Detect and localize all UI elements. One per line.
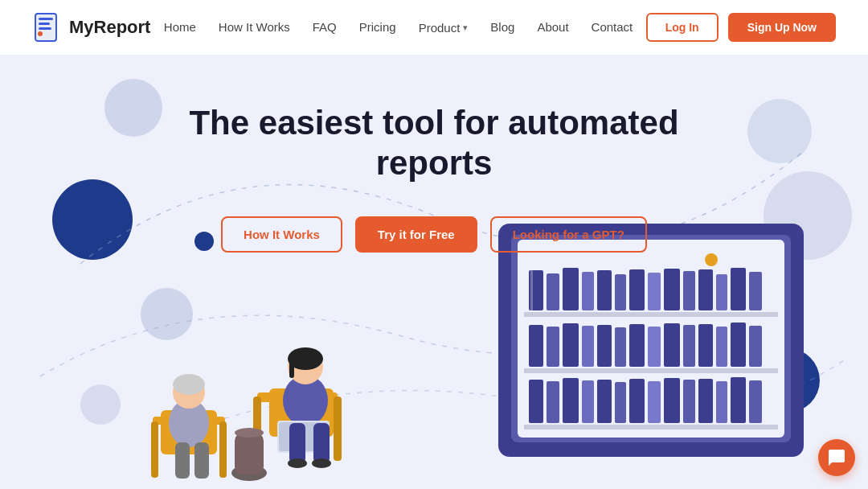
svg-rect-54 [749, 380, 762, 423]
svg-rect-42 [547, 381, 559, 423]
svg-rect-70 [151, 421, 158, 478]
svg-rect-50 [683, 380, 695, 423]
svg-rect-77 [194, 442, 209, 479]
gpt-button[interactable]: Looking for a GPT? [490, 216, 647, 253]
svg-rect-17 [615, 274, 626, 310]
svg-rect-57 [334, 397, 342, 461]
svg-rect-45 [597, 380, 612, 423]
svg-rect-15 [582, 272, 594, 310]
svg-rect-2 [39, 23, 50, 25]
svg-rect-35 [664, 323, 680, 367]
svg-rect-1 [39, 18, 53, 20]
login-button[interactable]: Log In [646, 13, 719, 42]
logo-text: MyReport [69, 17, 150, 38]
svg-rect-10 [524, 425, 778, 429]
svg-rect-44 [582, 380, 594, 423]
svg-rect-12 [530, 270, 533, 310]
svg-rect-20 [664, 269, 680, 310]
svg-rect-48 [648, 381, 661, 423]
nav-links: Home How It Works FAQ Pricing Product ▾ … [164, 20, 633, 35]
svg-rect-9 [524, 368, 778, 373]
svg-point-68 [312, 458, 331, 468]
how-it-works-button[interactable]: How It Works [221, 216, 342, 253]
svg-point-80 [235, 428, 264, 438]
svg-rect-47 [629, 379, 645, 423]
svg-point-4 [38, 31, 43, 36]
svg-rect-14 [563, 268, 579, 310]
svg-rect-76 [175, 442, 190, 479]
nav-faq[interactable]: FAQ [313, 20, 337, 34]
nav-how-it-works[interactable]: How It Works [219, 20, 290, 34]
people-illustration [113, 248, 418, 489]
svg-rect-8 [524, 312, 778, 317]
nav-blog[interactable]: Blog [490, 20, 514, 34]
chevron-down-icon: ▾ [463, 23, 468, 33]
svg-rect-22 [698, 269, 713, 310]
svg-rect-41 [529, 380, 543, 423]
svg-rect-65 [289, 423, 305, 463]
svg-rect-53 [731, 377, 746, 423]
nav-pricing[interactable]: Pricing [359, 20, 396, 34]
svg-rect-29 [563, 323, 579, 367]
logo-link[interactable]: MyReport [32, 12, 150, 43]
svg-rect-37 [698, 324, 713, 367]
nav-home[interactable]: Home [164, 20, 196, 34]
nav-product[interactable]: Product ▾ [419, 21, 469, 35]
svg-rect-36 [683, 325, 695, 367]
svg-rect-30 [582, 326, 594, 367]
svg-point-75 [173, 374, 205, 395]
svg-rect-71 [219, 421, 227, 478]
svg-rect-32 [615, 327, 626, 367]
navbar: MyReport Home How It Works FAQ Pricing P… [0, 0, 868, 55]
svg-rect-38 [716, 327, 727, 367]
chat-button[interactable] [818, 439, 855, 476]
svg-rect-79 [235, 433, 264, 475]
try-free-button[interactable]: Try it for Free [355, 216, 477, 253]
svg-rect-66 [313, 423, 330, 463]
svg-rect-34 [648, 327, 661, 367]
nav-actions: Log In Sign Up Now [646, 13, 836, 42]
svg-rect-28 [547, 327, 559, 367]
svg-rect-39 [731, 323, 746, 367]
svg-rect-25 [749, 272, 762, 310]
svg-rect-62 [289, 360, 294, 378]
nav-contact[interactable]: Contact [592, 20, 633, 34]
svg-rect-21 [683, 271, 695, 310]
svg-point-26 [705, 253, 718, 266]
svg-rect-16 [597, 270, 612, 310]
svg-rect-13 [547, 273, 559, 310]
svg-point-67 [288, 458, 307, 468]
svg-rect-27 [529, 325, 543, 367]
svg-rect-49 [664, 378, 680, 423]
monitor-illustration [482, 216, 820, 489]
svg-rect-52 [716, 381, 727, 423]
svg-rect-18 [629, 269, 645, 310]
svg-rect-33 [629, 324, 645, 367]
svg-rect-46 [615, 382, 626, 423]
hero-title: The easiest tool for automated reports [153, 103, 715, 184]
svg-rect-3 [39, 27, 51, 30]
svg-rect-23 [716, 274, 727, 310]
svg-rect-24 [731, 268, 746, 310]
svg-rect-31 [597, 325, 612, 367]
nav-about[interactable]: About [537, 20, 568, 34]
decorative-circle-6 [747, 99, 812, 163]
hero-section: The easiest tool for automated reports H… [0, 55, 868, 489]
svg-rect-43 [563, 378, 579, 423]
svg-rect-19 [648, 273, 661, 310]
hero-buttons: How It Works Try it for Free Looking for… [221, 216, 647, 253]
svg-rect-40 [749, 326, 762, 367]
logo-icon [32, 12, 63, 43]
chat-icon [827, 448, 846, 467]
signup-button[interactable]: Sign Up Now [728, 13, 836, 42]
svg-rect-51 [698, 379, 713, 423]
